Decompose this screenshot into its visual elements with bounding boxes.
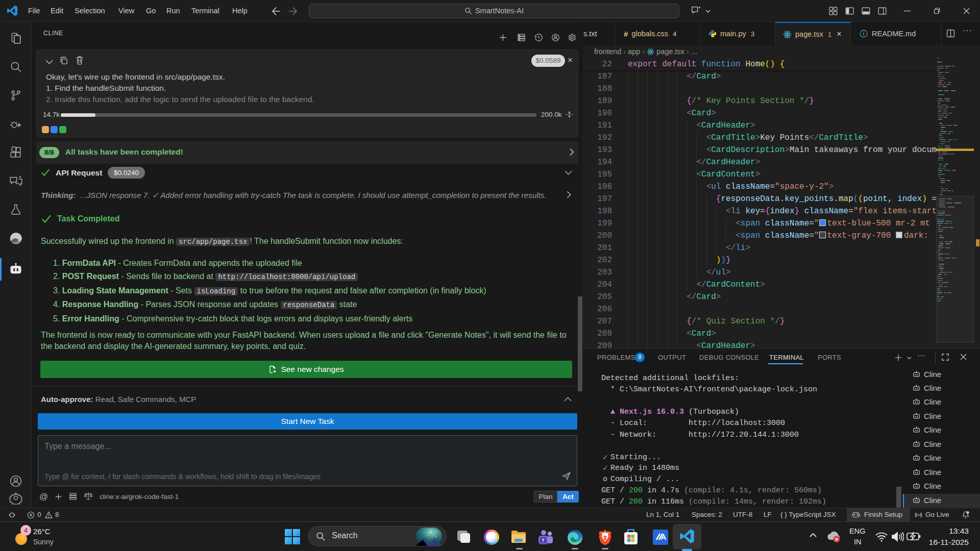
svg-text:T: T bbox=[542, 538, 545, 543]
